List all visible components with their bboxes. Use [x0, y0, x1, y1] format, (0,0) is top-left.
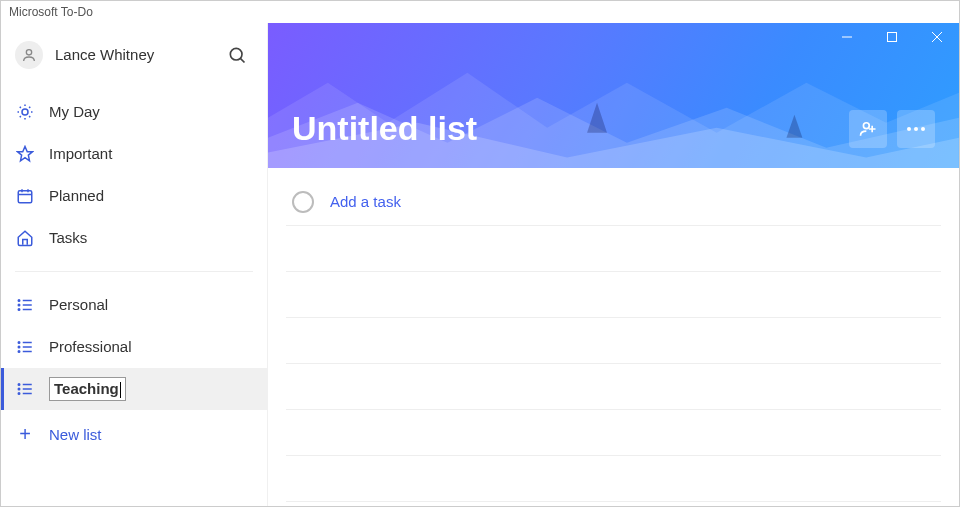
share-list-button[interactable]: [849, 110, 887, 148]
svg-point-4: [18, 299, 20, 301]
svg-point-7: [18, 341, 20, 343]
sidebar-list-editing[interactable]: Teaching: [1, 368, 267, 410]
sidebar-item-label: My Day: [49, 103, 100, 120]
new-list-label: New list: [49, 426, 102, 443]
window-maximize-button[interactable]: [869, 23, 914, 51]
task-row-placeholder: [286, 272, 941, 318]
sidebar-item-label: Personal: [49, 296, 108, 313]
list-icon: [15, 379, 35, 399]
svg-point-15: [907, 127, 911, 131]
sidebar-item-label: Planned: [49, 187, 104, 204]
add-task-placeholder: Add a task: [330, 193, 401, 210]
list-icon: [15, 295, 35, 315]
window-minimize-button[interactable]: [824, 23, 869, 51]
sidebar-list-professional[interactable]: Professional: [1, 326, 267, 368]
list-options-button[interactable]: [897, 110, 935, 148]
app-body: Lance Whitney My Day: [1, 23, 959, 506]
svg-point-12: [18, 392, 20, 394]
smart-lists: My Day Important: [1, 87, 267, 263]
task-row-placeholder: [286, 318, 941, 364]
sidebar: Lance Whitney My Day: [1, 23, 268, 506]
list-icon: [15, 337, 35, 357]
sidebar-item-label: Tasks: [49, 229, 87, 246]
task-row-placeholder: [286, 226, 941, 272]
task-row-placeholder: [286, 410, 941, 456]
svg-point-14: [863, 123, 869, 129]
add-task-row[interactable]: Add a task: [286, 178, 941, 226]
svg-point-8: [18, 346, 20, 348]
sidebar-item-important[interactable]: Important: [1, 133, 267, 175]
svg-point-0: [26, 49, 31, 54]
svg-point-6: [18, 308, 20, 310]
task-radio-icon: [292, 191, 314, 213]
main-pane: Untitled list: [268, 23, 959, 506]
plus-icon: +: [15, 425, 35, 445]
title-bar: Microsoft To-Do: [1, 1, 959, 23]
list-title[interactable]: Untitled list: [292, 109, 849, 148]
user-lists: Personal Professional: [1, 280, 267, 414]
task-row-placeholder: [286, 364, 941, 410]
profile-row: Lance Whitney: [1, 23, 267, 87]
svg-point-16: [914, 127, 918, 131]
svg-point-11: [18, 388, 20, 390]
app-window: Microsoft To-Do Lance Whitney: [0, 0, 960, 507]
star-icon: [15, 144, 35, 164]
profile-name[interactable]: Lance Whitney: [55, 46, 209, 63]
list-header: Untitled list: [268, 23, 959, 169]
svg-point-9: [18, 350, 20, 352]
svg-point-10: [18, 383, 20, 385]
calendar-icon: [15, 186, 35, 206]
svg-rect-3: [18, 190, 32, 202]
avatar-icon: [15, 41, 43, 69]
svg-point-1: [230, 48, 242, 60]
task-area: Add a task: [268, 168, 959, 506]
new-list-button[interactable]: + New list: [1, 414, 267, 456]
sidebar-item-tasks[interactable]: Tasks: [1, 217, 267, 259]
app-title: Microsoft To-Do: [9, 5, 93, 19]
svg-point-5: [18, 304, 20, 306]
sidebar-item-label: Professional: [49, 338, 132, 355]
sidebar-divider: [15, 271, 253, 272]
sidebar-item-label: Important: [49, 145, 112, 162]
window-controls: [824, 23, 959, 51]
sidebar-list-personal[interactable]: Personal: [1, 284, 267, 326]
header-actions: [849, 110, 935, 148]
sidebar-item-myday[interactable]: My Day: [1, 91, 267, 133]
home-icon: [15, 228, 35, 248]
svg-rect-13: [887, 32, 896, 41]
svg-point-17: [921, 127, 925, 131]
task-row-placeholder: [286, 456, 941, 502]
svg-point-2: [22, 109, 28, 115]
list-rename-input[interactable]: Teaching: [49, 377, 126, 401]
window-close-button[interactable]: [914, 23, 959, 51]
sidebar-item-planned[interactable]: Planned: [1, 175, 267, 217]
search-button[interactable]: [221, 39, 253, 71]
sun-icon: [15, 102, 35, 122]
